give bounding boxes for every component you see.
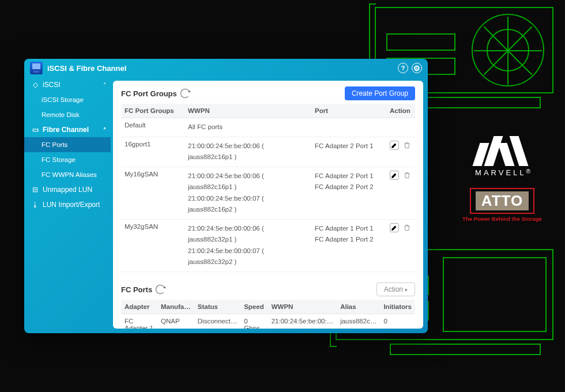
cell-wwpn: All FC ports — [184, 118, 311, 137]
cell-adapter: FC Adapter 1 Port 1 — [121, 314, 157, 329]
col-action: Action — [386, 104, 415, 118]
sidebar-item-remote-disk[interactable]: Remote Disk — [24, 107, 111, 122]
refresh-icon[interactable] — [156, 285, 165, 294]
col-alias: Alias — [337, 300, 380, 314]
sidebar-item-label: iSCSI Storage — [42, 96, 84, 103]
sidebar-item-label: LUN Import/Export — [43, 201, 100, 209]
sidebar-item-fc-wwpn-aliases[interactable]: FC WWPN Aliases — [24, 167, 111, 182]
cell-actions — [386, 137, 415, 167]
import-export-icon: ⭳ — [31, 201, 39, 209]
cell-wwpn: 21:00:00:24:5e:be:00:06 ( jauss882c16p1 … — [184, 137, 311, 167]
settings-icon[interactable]: ⚙ — [412, 63, 422, 73]
col-mfg: Manufa… — [157, 300, 194, 314]
atto-text: ATTO — [476, 191, 529, 210]
edit-icon[interactable] — [390, 171, 399, 180]
section-title: FC Ports — [121, 285, 152, 294]
card-icon: ▭ — [31, 126, 39, 134]
decor-fan — [472, 14, 544, 86]
decor-edge-connector-bot — [390, 344, 541, 355]
main-panel: FC Port Groups Create Port Group FC Port… — [113, 81, 423, 329]
port-groups-table: FC Port Groups WWPN Port Action DefaultA… — [121, 104, 415, 272]
diamond-icon: ◇ — [31, 81, 39, 89]
cell-actions — [386, 167, 415, 219]
sidebar-item-label: Remote Disk — [42, 111, 80, 118]
cell-wwpn: 21:00:24:5e:be:00:00:06 ( jauss882c32p1 … — [184, 219, 311, 272]
decor-bot-chip — [443, 257, 547, 332]
action-button-label: Action — [384, 285, 403, 293]
chevron-up-icon: ˄ — [103, 127, 106, 133]
create-port-group-button[interactable]: Create Port Group — [345, 86, 415, 100]
col-speed: Speed — [240, 300, 268, 314]
table-row[interactable]: FC Adapter 1 Port 1QNAPDisconnect…0 Gbps… — [121, 314, 415, 329]
col-init: Initiators — [380, 300, 415, 314]
trash-icon[interactable] — [402, 171, 412, 180]
decor-edge-connector-top — [425, 97, 541, 108]
sidebar-item-iscsi-storage[interactable]: iSCSI Storage — [24, 92, 111, 107]
sidebar-item-label: Fibre Channel — [43, 126, 89, 134]
section-title: FC Port Groups — [121, 89, 177, 98]
cell-mfg: QNAP — [157, 314, 194, 329]
edit-icon[interactable] — [390, 141, 399, 150]
table-row[interactable]: DefaultAll FC ports — [121, 118, 415, 137]
decor-heatsink-a — [386, 33, 455, 51]
col-wwpn: WWPN — [268, 300, 337, 314]
cell-wwpn: 21:00:24:5e:be:00:… — [268, 314, 337, 329]
refresh-icon[interactable] — [180, 89, 190, 98]
chevron-up-icon: ˄ — [103, 82, 106, 88]
sidebar: ◇ iSCSI ˄ iSCSI Storage Remote Disk ▭ Fi… — [24, 77, 111, 333]
cell-speed: 0 Gbps — [240, 314, 268, 329]
sidebar-item-label: FC Storage — [42, 156, 76, 163]
table-row[interactable]: My32gSAN21:00:24:5e:be:00:00:06 ( jauss8… — [121, 219, 415, 272]
cell-alias: jauss882c… — [337, 314, 380, 329]
col-group: FC Port Groups — [121, 104, 184, 118]
fc-ports-section: FC Ports Action▾ Adapter Manufa… Status … — [113, 274, 423, 329]
col-port: Port — [311, 104, 386, 118]
atto-tagline: The Power Behind the Storage — [462, 216, 542, 222]
sidebar-item-label: iSCSI — [43, 81, 61, 89]
sidebar-item-unmapped-lun[interactable]: ⊟ Unmapped LUN — [24, 182, 111, 197]
cell-group-name: My16gSAN — [121, 167, 184, 219]
col-wwpn: WWPN — [184, 104, 311, 118]
cell-group-name: 16gport1 — [121, 137, 184, 167]
cell-port — [311, 118, 386, 137]
cell-port: FC Adapter 2 Port 1FC Adapter 2 Port 2 — [311, 167, 386, 219]
app-window: iSCSI & Fibre Channel ? ⚙ ◇ iSCSI ˄ iSCS… — [24, 59, 428, 333]
cell-actions — [386, 219, 415, 272]
ports-table: Adapter Manufa… Status Speed WWPN Alias … — [121, 300, 415, 329]
table-row[interactable]: My16gSAN21:00:00:24:5e:be:00:06 ( jauss8… — [121, 167, 415, 219]
help-icon[interactable]: ? — [398, 63, 408, 73]
sidebar-item-fibre-channel[interactable]: ▭ Fibre Channel ˄ — [24, 122, 111, 137]
sidebar-item-fc-storage[interactable]: FC Storage — [24, 152, 111, 167]
table-row[interactable]: 16gport121:00:00:24:5e:be:00:06 ( jauss8… — [121, 137, 415, 167]
cell-port: FC Adapter 2 Port 1 — [311, 137, 386, 167]
trash-icon[interactable] — [402, 223, 412, 232]
trash-icon[interactable] — [402, 141, 412, 150]
col-status: Status — [194, 300, 240, 314]
cell-wwpn: 21:00:00:24:5e:be:00:06 ( jauss882c16p1 … — [184, 167, 311, 219]
col-adapter: Adapter — [121, 300, 157, 314]
atto-logo: ATTO The Power Behind the Storage — [462, 188, 542, 222]
cell-group-name: Default — [121, 118, 184, 137]
disk-icon: ⊟ — [31, 186, 39, 194]
titlebar: iSCSI & Fibre Channel ? ⚙ — [24, 59, 428, 77]
marvell-text: MARVELL — [475, 168, 526, 177]
sidebar-item-fc-ports[interactable]: FC Ports — [24, 137, 111, 152]
cell-group-name: My32gSAN — [121, 219, 184, 272]
sidebar-item-label: Unmapped LUN — [43, 186, 92, 194]
app-icon — [30, 62, 43, 74]
sidebar-item-iscsi[interactable]: ◇ iSCSI ˄ — [24, 77, 111, 92]
edit-icon[interactable] — [390, 223, 399, 232]
cell-port: FC Adapter 1 Port 1FC Adapter 1 Port 2 — [311, 219, 386, 272]
fc-port-groups-section: FC Port Groups Create Port Group FC Port… — [113, 81, 423, 274]
cell-actions — [386, 118, 415, 137]
sidebar-item-label: FC Ports — [42, 141, 67, 148]
marvell-logo: MARVELL® — [461, 136, 547, 177]
cell-init: 0 — [380, 314, 415, 329]
action-dropdown-button[interactable]: Action▾ — [376, 282, 415, 296]
cell-status: Disconnect… — [194, 314, 240, 329]
window-title: iSCSI & Fibre Channel — [47, 64, 126, 73]
sidebar-item-lun-import-export[interactable]: ⭳ LUN Import/Export — [24, 197, 111, 212]
sidebar-item-label: FC WWPN Aliases — [42, 171, 97, 178]
